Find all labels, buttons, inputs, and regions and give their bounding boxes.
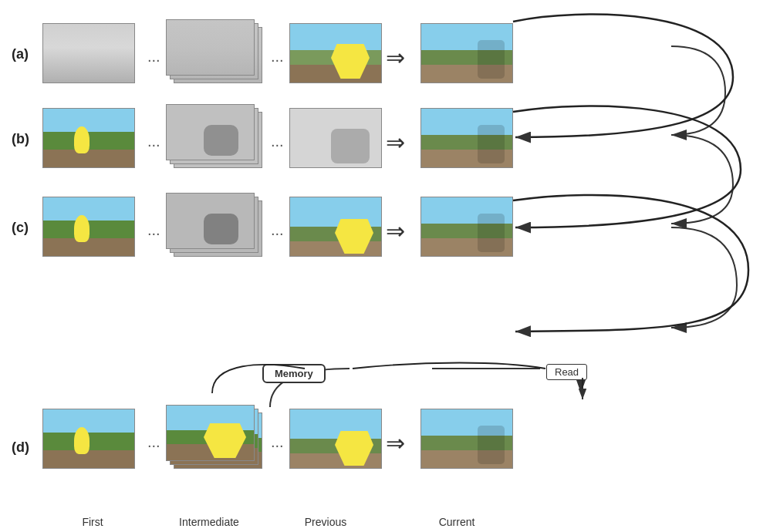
diagram-container: (a) ... ... ⇒ (b) ... [0,0,770,532]
row-c-label: (c) [12,220,42,236]
dots-c2: ... [271,221,284,239]
dots-d1: ... [147,433,160,451]
frame-b1 [42,108,135,168]
dots-a1: ... [147,48,160,66]
dots-b1: ... [147,133,160,150]
row-b: (b) ... ... ⇒ [0,100,770,177]
stack-a2 [166,19,268,89]
stack-c2 [166,193,268,262]
frame-a3 [289,23,382,83]
frame-b4 [420,108,513,168]
frame-b3 [289,108,382,168]
label-first: First [42,516,143,528]
memory-box: Memory [262,364,326,383]
row-c: (c) ... ... ⇒ [0,189,770,266]
stack-d2 [166,405,268,474]
label-current: Current [407,516,507,528]
read-box: Read [546,364,587,380]
label-intermediate: Intermediate [158,516,260,528]
frame-d3 [289,409,382,469]
hollow-arrow-d: ⇒ [386,429,405,456]
row-d: (d) ... ... ⇒ [0,401,770,493]
bottom-labels: First Intermediate Previous Current [0,516,770,528]
dots-b2: ... [271,133,284,150]
row-b-label: (b) [12,131,42,147]
frame-d4 [420,409,513,469]
stack-b2 [166,104,268,173]
frame-a4 [420,23,513,83]
dots-c1: ... [147,221,160,239]
hollow-arrow-b: ⇒ [386,129,405,156]
label-previous: Previous [275,516,376,528]
frame-a1 [42,23,135,83]
dots-d2: ... [271,433,284,451]
frame-c4 [420,197,513,257]
frame-c1 [42,197,135,257]
dots-a2: ... [271,48,284,66]
frame-c3 [289,197,382,257]
row-a: (a) ... ... ⇒ [0,15,770,93]
hollow-arrow-c: ⇒ [386,217,405,244]
hollow-arrow-a: ⇒ [386,44,405,71]
row-a-label: (a) [12,46,42,62]
frame-d1 [42,409,135,469]
row-d-label: (d) [12,439,42,456]
